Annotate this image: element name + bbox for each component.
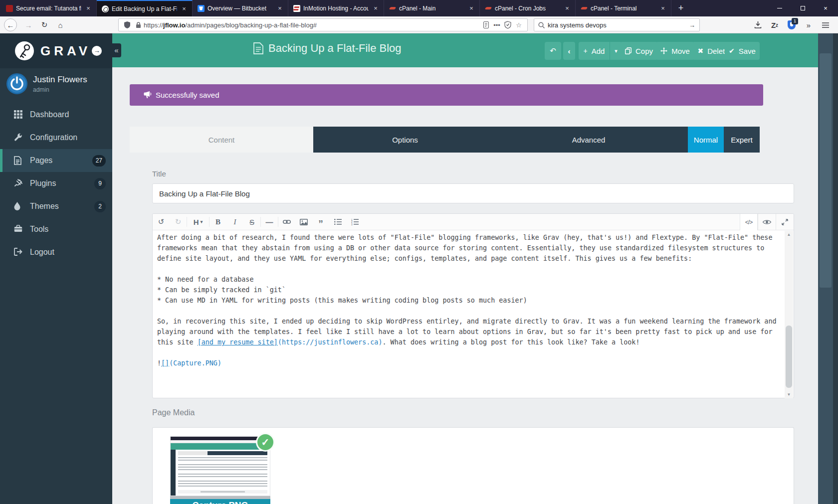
page-file-icon	[253, 42, 263, 54]
overflow-chevron-icon[interactable]: »	[802, 18, 815, 31]
url-text[interactable]: https://jflow.io/admin/pages/blog/backin…	[144, 21, 480, 29]
scroll-up-icon[interactable]: ▲	[785, 231, 793, 238]
tracking-shield-icon[interactable]	[122, 21, 133, 28]
sidebar-item-themes[interactable]: Themes 2	[0, 195, 112, 218]
form-tabstrip: Content Options Advanced Normal Expert	[130, 127, 760, 153]
heading-icon[interactable]: H▾	[187, 214, 209, 230]
browser-tab-tutanota[interactable]: Secure email: Tutanota free ×	[1, 0, 97, 16]
scroll-down-icon[interactable]: ▼	[785, 391, 793, 398]
tab-close-icon[interactable]: ×	[467, 4, 475, 12]
sidebar-collapse-button[interactable]: «	[112, 43, 121, 57]
window-close-button[interactable]: ×	[814, 0, 837, 16]
sidebar-item-tools[interactable]: Tools	[0, 218, 112, 241]
title-label: Title	[152, 169, 166, 178]
browser-tab-cpanel-main[interactable]: cPanel - Main ×	[384, 0, 480, 16]
reader-mode-icon[interactable]	[480, 21, 491, 28]
window-minimize-button[interactable]	[768, 0, 791, 16]
wrench-icon	[14, 133, 23, 142]
new-tab-button[interactable]: +	[672, 0, 689, 16]
back-page-button[interactable]: ‹	[563, 42, 575, 60]
extension-shield-icon[interactable]: 1	[785, 18, 798, 31]
browser-tab-cpanel-terminal[interactable]: cPanel - Terminal ×	[576, 0, 671, 16]
ordered-list-icon[interactable]: 123	[346, 214, 363, 230]
snooze-tabs-icon[interactable]: Zz	[768, 18, 781, 31]
save-button[interactable]: ✔Save	[725, 42, 760, 60]
tab-options[interactable]: Options	[313, 127, 497, 153]
sidebar-item-plugins[interactable]: Plugins 9	[0, 172, 112, 195]
forward-button[interactable]: →	[22, 18, 35, 31]
quote-icon[interactable]: ”	[312, 214, 329, 230]
bookmark-star-icon[interactable]: ☆	[513, 21, 524, 29]
back-button[interactable]: ←	[4, 18, 17, 31]
move-button[interactable]: Move	[656, 42, 694, 60]
page-scrollbar-thumb[interactable]	[820, 53, 832, 288]
page-scrollbar[interactable]	[818, 33, 838, 504]
home-button[interactable]: ⌂	[54, 18, 67, 31]
search-go-icon[interactable]: →	[689, 21, 695, 29]
mode-normal-button[interactable]: Normal	[688, 127, 724, 153]
sidebar-item-pages[interactable]: Pages 27	[0, 149, 112, 172]
editor-toolbar: ↺ ↻ H▾ B I S — ” 123 </>	[153, 214, 794, 230]
sidebar-item-dashboard[interactable]: Dashboard	[0, 103, 112, 126]
sidebar-item-configuration[interactable]: Configuration	[0, 126, 112, 149]
tab-close-icon[interactable]: ×	[84, 4, 92, 12]
bold-icon[interactable]: B	[210, 214, 226, 230]
tab-close-icon[interactable]: ×	[180, 5, 188, 12]
url-bar[interactable]: https://jflow.io/admin/pages/blog/backin…	[118, 18, 528, 31]
fullscreen-icon[interactable]	[776, 214, 794, 230]
italic-icon[interactable]: I	[226, 214, 243, 230]
unordered-list-icon[interactable]	[329, 214, 346, 230]
bitbucket-icon	[198, 5, 205, 12]
title-input[interactable]	[152, 183, 794, 203]
alert-message: Successfully saved	[156, 91, 219, 99]
page-actions-icon[interactable]: •••	[491, 21, 502, 29]
editor-scrollbar-thumb[interactable]	[786, 326, 792, 388]
horizontal-rule-icon[interactable]: —	[261, 214, 278, 230]
page-media-panel[interactable]: ✓ Capture.PNG	[152, 427, 794, 504]
browser-tab-inmotion[interactable]: InMotion Hosting - Accoun ×	[288, 0, 384, 16]
tab-title: cPanel - Main	[399, 5, 464, 12]
sidebar-item-label: Themes	[30, 202, 59, 211]
image-icon[interactable]	[295, 214, 312, 230]
add-button[interactable]: +Add	[579, 42, 610, 60]
link-icon[interactable]	[278, 214, 295, 230]
undo-icon[interactable]: ↺	[153, 214, 170, 230]
copy-icon	[625, 47, 631, 54]
browser-tab-cpanel-cron[interactable]: cPanel - Cron Jobs ×	[480, 0, 576, 16]
plugins-count-badge: 9	[94, 178, 106, 189]
caret-down-icon: ▾	[615, 48, 618, 54]
media-thumbnail-preview	[170, 436, 270, 496]
undo-button[interactable]: ↶	[545, 42, 561, 60]
tab-close-icon[interactable]: ×	[659, 4, 667, 12]
code-view-icon[interactable]: </>	[740, 214, 758, 230]
search-bar[interactable]: →	[534, 18, 700, 31]
grav-logo-row[interactable]: GRAV →	[0, 33, 112, 68]
success-alert: Successfully saved	[130, 84, 763, 106]
browser-tab-bitbucket[interactable]: Overview — Bitbucket ×	[193, 0, 288, 16]
tab-close-icon[interactable]: ×	[276, 4, 284, 12]
tab-advanced[interactable]: Advanced	[497, 127, 680, 153]
menu-hamburger-icon[interactable]	[819, 18, 832, 31]
markdown-link-text: [and my resume site]	[198, 338, 278, 346]
browser-tab-grav-edit[interactable]: Edit Backing Up a Flat-File Bl ×	[97, 0, 193, 16]
protections-icon[interactable]	[502, 21, 513, 28]
strikethrough-icon[interactable]: S	[243, 214, 260, 230]
tab-content[interactable]: Content	[130, 127, 313, 153]
mode-expert-button[interactable]: Expert	[724, 127, 760, 153]
editor-scrollbar[interactable]: ▲ ▼	[785, 231, 793, 398]
preview-eye-icon[interactable]	[758, 214, 776, 230]
tab-close-icon[interactable]: ×	[563, 4, 571, 12]
downloads-icon[interactable]	[751, 18, 764, 31]
window-maximize-button[interactable]	[791, 0, 814, 16]
logo-arrow-icon[interactable]: →	[92, 46, 102, 56]
redo-icon[interactable]: ↻	[170, 214, 187, 230]
browser-toolbar: ← → ↻ ⌂ https://jflow.io/admin/pages/blo…	[0, 16, 838, 33]
search-input[interactable]	[548, 21, 689, 29]
reload-button[interactable]: ↻	[38, 18, 51, 31]
sidebar-menu: Dashboard Configuration Pages 27 Plugin	[0, 103, 112, 264]
copy-button[interactable]: Copy	[620, 42, 658, 60]
tab-close-icon[interactable]: ×	[372, 4, 380, 12]
media-file-card[interactable]: ✓ Capture.PNG	[170, 436, 270, 504]
sidebar-item-logout[interactable]: Logout	[0, 241, 112, 264]
editor-content[interactable]: After doing a bit of research, I found t…	[153, 230, 785, 398]
